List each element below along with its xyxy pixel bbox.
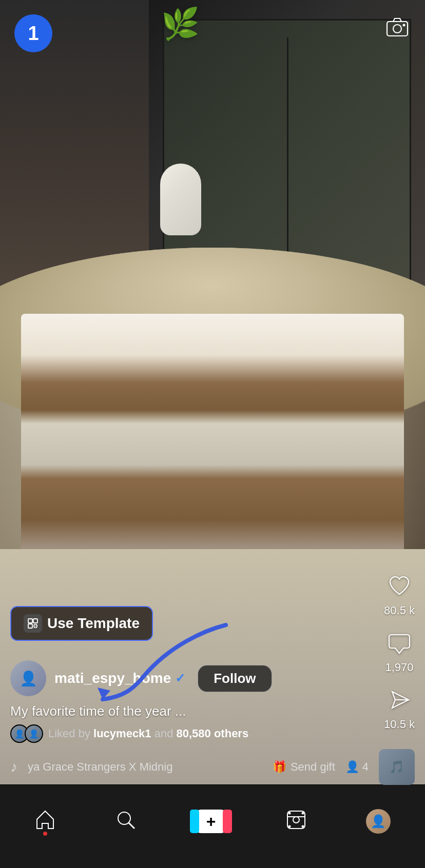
user-avatar[interactable]: 👤 (10, 660, 46, 696)
svg-rect-0 (387, 22, 408, 36)
nav-add[interactable]: + (195, 810, 227, 833)
heart-icon[interactable] (388, 575, 411, 601)
svg-line-11 (129, 823, 134, 829)
plant-leaves-icon: 🌿 (161, 6, 200, 42)
template-icon (24, 614, 42, 633)
plus-icon: + (206, 812, 216, 831)
bottom-navigation: + 👤 (0, 785, 425, 868)
camera-icon[interactable] (386, 16, 409, 42)
nav-profile[interactable]: 👤 (366, 809, 391, 834)
svg-point-1 (393, 25, 401, 33)
nav-home[interactable] (34, 809, 56, 834)
svg-point-2 (403, 24, 405, 27)
people-icon: 👤 (345, 760, 359, 774)
svg-point-14 (288, 812, 291, 815)
add-post-button[interactable]: + (195, 810, 227, 833)
home-icon (34, 809, 56, 834)
step-badge: 1 (14, 14, 52, 52)
music-row: ♪ ya Grace Strangers X Midnig 🎁 Send gif… (10, 749, 415, 785)
likes-row: 👤 👤 Liked by lucymeck1 and 80,580 others (10, 724, 415, 743)
svg-point-17 (302, 825, 304, 828)
music-video-icon: 🎵 (389, 760, 404, 774)
svg-rect-6 (28, 624, 32, 628)
music-note-icon: ♪ (10, 759, 17, 775)
svg-rect-5 (33, 619, 37, 623)
blue-arrow-annotation (92, 615, 236, 709)
svg-rect-4 (28, 619, 32, 623)
svg-point-16 (288, 825, 291, 828)
liker-avatar-2: 👤 (25, 724, 43, 743)
svg-point-15 (302, 812, 304, 815)
send-gift-button[interactable]: 🎁 Send gift (273, 760, 335, 774)
reels-icon (285, 809, 307, 834)
svg-point-10 (118, 812, 130, 824)
profile-avatar: 👤 (366, 809, 391, 834)
screen: 🌿 1 (0, 0, 425, 868)
chair-decoration (21, 314, 403, 589)
music-title[interactable]: ya Grace Strangers X Midnig (28, 760, 262, 774)
gift-icon: 🎁 (273, 760, 286, 774)
likes-text: Liked by lucymeck1 and 80,580 others (48, 727, 248, 740)
nav-reels[interactable] (285, 809, 307, 834)
people-count: 👤 4 (345, 760, 369, 774)
plant-decoration: 🌿 (106, 16, 255, 235)
nav-search[interactable] (115, 809, 137, 834)
liked-avatars: 👤 👤 (10, 724, 43, 743)
home-active-dot (43, 832, 47, 836)
search-icon (115, 809, 137, 834)
video-thumbnail[interactable]: 🎵 (379, 749, 415, 785)
svg-point-13 (293, 817, 299, 823)
vase-decoration (160, 164, 201, 235)
